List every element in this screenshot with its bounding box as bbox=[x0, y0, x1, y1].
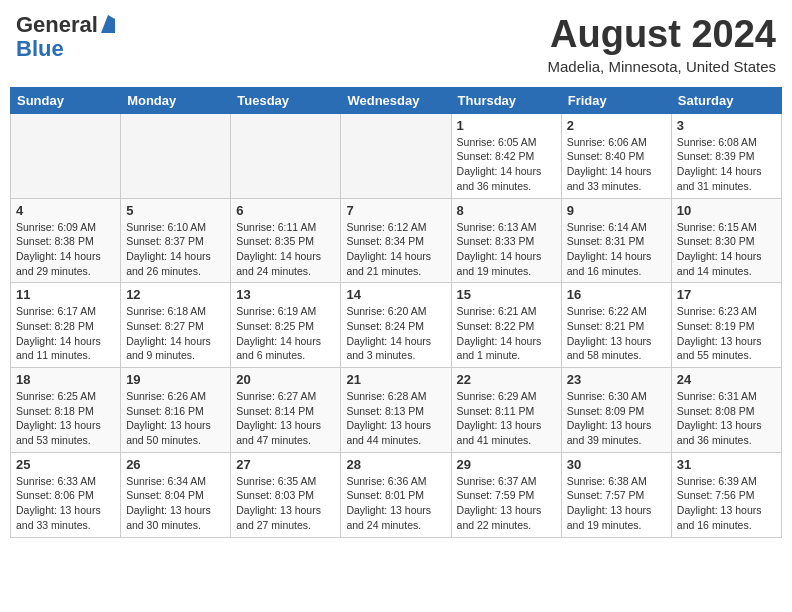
day-cell-16: 16Sunrise: 6:22 AM Sunset: 8:21 PM Dayli… bbox=[561, 283, 671, 368]
title-area: August 2024 Madelia, Minnesota, United S… bbox=[548, 14, 776, 75]
day-info: Sunrise: 6:20 AM Sunset: 8:24 PM Dayligh… bbox=[346, 304, 445, 363]
day-cell-9: 9Sunrise: 6:14 AM Sunset: 8:31 PM Daylig… bbox=[561, 198, 671, 283]
empty-cell bbox=[121, 113, 231, 198]
day-cell-6: 6Sunrise: 6:11 AM Sunset: 8:35 PM Daylig… bbox=[231, 198, 341, 283]
day-number: 10 bbox=[677, 203, 776, 218]
day-cell-23: 23Sunrise: 6:30 AM Sunset: 8:09 PM Dayli… bbox=[561, 368, 671, 453]
day-cell-7: 7Sunrise: 6:12 AM Sunset: 8:34 PM Daylig… bbox=[341, 198, 451, 283]
logo-general-text: General bbox=[16, 14, 98, 36]
day-number: 16 bbox=[567, 287, 666, 302]
day-cell-17: 17Sunrise: 6:23 AM Sunset: 8:19 PM Dayli… bbox=[671, 283, 781, 368]
day-number: 23 bbox=[567, 372, 666, 387]
day-cell-30: 30Sunrise: 6:38 AM Sunset: 7:57 PM Dayli… bbox=[561, 452, 671, 537]
day-info: Sunrise: 6:08 AM Sunset: 8:39 PM Dayligh… bbox=[677, 135, 776, 194]
day-number: 20 bbox=[236, 372, 335, 387]
calendar-week-4: 18Sunrise: 6:25 AM Sunset: 8:18 PM Dayli… bbox=[11, 368, 782, 453]
header-monday: Monday bbox=[121, 87, 231, 113]
calendar-week-3: 11Sunrise: 6:17 AM Sunset: 8:28 PM Dayli… bbox=[11, 283, 782, 368]
header-friday: Friday bbox=[561, 87, 671, 113]
day-info: Sunrise: 6:35 AM Sunset: 8:03 PM Dayligh… bbox=[236, 474, 335, 533]
day-number: 13 bbox=[236, 287, 335, 302]
day-info: Sunrise: 6:17 AM Sunset: 8:28 PM Dayligh… bbox=[16, 304, 115, 363]
day-cell-14: 14Sunrise: 6:20 AM Sunset: 8:24 PM Dayli… bbox=[341, 283, 451, 368]
day-number: 30 bbox=[567, 457, 666, 472]
day-cell-29: 29Sunrise: 6:37 AM Sunset: 7:59 PM Dayli… bbox=[451, 452, 561, 537]
day-number: 4 bbox=[16, 203, 115, 218]
page-header: General Blue August 2024 Madelia, Minnes… bbox=[10, 10, 782, 79]
day-info: Sunrise: 6:22 AM Sunset: 8:21 PM Dayligh… bbox=[567, 304, 666, 363]
day-number: 8 bbox=[457, 203, 556, 218]
day-info: Sunrise: 6:29 AM Sunset: 8:11 PM Dayligh… bbox=[457, 389, 556, 448]
day-cell-4: 4Sunrise: 6:09 AM Sunset: 8:38 PM Daylig… bbox=[11, 198, 121, 283]
day-info: Sunrise: 6:39 AM Sunset: 7:56 PM Dayligh… bbox=[677, 474, 776, 533]
day-info: Sunrise: 6:27 AM Sunset: 8:14 PM Dayligh… bbox=[236, 389, 335, 448]
header-tuesday: Tuesday bbox=[231, 87, 341, 113]
month-title: August 2024 bbox=[548, 14, 776, 56]
empty-cell bbox=[231, 113, 341, 198]
day-info: Sunrise: 6:21 AM Sunset: 8:22 PM Dayligh… bbox=[457, 304, 556, 363]
logo-arrow-icon bbox=[101, 15, 115, 36]
location: Madelia, Minnesota, United States bbox=[548, 58, 776, 75]
day-number: 29 bbox=[457, 457, 556, 472]
day-number: 18 bbox=[16, 372, 115, 387]
day-cell-18: 18Sunrise: 6:25 AM Sunset: 8:18 PM Dayli… bbox=[11, 368, 121, 453]
day-info: Sunrise: 6:36 AM Sunset: 8:01 PM Dayligh… bbox=[346, 474, 445, 533]
day-info: Sunrise: 6:33 AM Sunset: 8:06 PM Dayligh… bbox=[16, 474, 115, 533]
day-info: Sunrise: 6:05 AM Sunset: 8:42 PM Dayligh… bbox=[457, 135, 556, 194]
day-number: 21 bbox=[346, 372, 445, 387]
day-cell-28: 28Sunrise: 6:36 AM Sunset: 8:01 PM Dayli… bbox=[341, 452, 451, 537]
day-number: 31 bbox=[677, 457, 776, 472]
day-cell-15: 15Sunrise: 6:21 AM Sunset: 8:22 PM Dayli… bbox=[451, 283, 561, 368]
header-sunday: Sunday bbox=[11, 87, 121, 113]
day-cell-27: 27Sunrise: 6:35 AM Sunset: 8:03 PM Dayli… bbox=[231, 452, 341, 537]
header-wednesday: Wednesday bbox=[341, 87, 451, 113]
day-cell-21: 21Sunrise: 6:28 AM Sunset: 8:13 PM Dayli… bbox=[341, 368, 451, 453]
day-cell-2: 2Sunrise: 6:06 AM Sunset: 8:40 PM Daylig… bbox=[561, 113, 671, 198]
svg-marker-0 bbox=[101, 15, 115, 33]
day-info: Sunrise: 6:23 AM Sunset: 8:19 PM Dayligh… bbox=[677, 304, 776, 363]
day-info: Sunrise: 6:18 AM Sunset: 8:27 PM Dayligh… bbox=[126, 304, 225, 363]
day-info: Sunrise: 6:19 AM Sunset: 8:25 PM Dayligh… bbox=[236, 304, 335, 363]
day-cell-11: 11Sunrise: 6:17 AM Sunset: 8:28 PM Dayli… bbox=[11, 283, 121, 368]
day-cell-24: 24Sunrise: 6:31 AM Sunset: 8:08 PM Dayli… bbox=[671, 368, 781, 453]
day-number: 25 bbox=[16, 457, 115, 472]
calendar-week-5: 25Sunrise: 6:33 AM Sunset: 8:06 PM Dayli… bbox=[11, 452, 782, 537]
day-number: 27 bbox=[236, 457, 335, 472]
day-number: 7 bbox=[346, 203, 445, 218]
day-number: 19 bbox=[126, 372, 225, 387]
day-number: 1 bbox=[457, 118, 556, 133]
day-info: Sunrise: 6:13 AM Sunset: 8:33 PM Dayligh… bbox=[457, 220, 556, 279]
day-number: 3 bbox=[677, 118, 776, 133]
calendar: SundayMondayTuesdayWednesdayThursdayFrid… bbox=[10, 87, 782, 538]
day-number: 9 bbox=[567, 203, 666, 218]
day-info: Sunrise: 6:06 AM Sunset: 8:40 PM Dayligh… bbox=[567, 135, 666, 194]
header-thursday: Thursday bbox=[451, 87, 561, 113]
day-cell-10: 10Sunrise: 6:15 AM Sunset: 8:30 PM Dayli… bbox=[671, 198, 781, 283]
empty-cell bbox=[341, 113, 451, 198]
day-info: Sunrise: 6:30 AM Sunset: 8:09 PM Dayligh… bbox=[567, 389, 666, 448]
day-info: Sunrise: 6:12 AM Sunset: 8:34 PM Dayligh… bbox=[346, 220, 445, 279]
day-cell-25: 25Sunrise: 6:33 AM Sunset: 8:06 PM Dayli… bbox=[11, 452, 121, 537]
day-number: 6 bbox=[236, 203, 335, 218]
empty-cell bbox=[11, 113, 121, 198]
day-info: Sunrise: 6:14 AM Sunset: 8:31 PM Dayligh… bbox=[567, 220, 666, 279]
logo-blue-text: Blue bbox=[16, 36, 64, 61]
day-number: 11 bbox=[16, 287, 115, 302]
day-number: 5 bbox=[126, 203, 225, 218]
day-cell-31: 31Sunrise: 6:39 AM Sunset: 7:56 PM Dayli… bbox=[671, 452, 781, 537]
day-cell-12: 12Sunrise: 6:18 AM Sunset: 8:27 PM Dayli… bbox=[121, 283, 231, 368]
day-cell-1: 1Sunrise: 6:05 AM Sunset: 8:42 PM Daylig… bbox=[451, 113, 561, 198]
day-info: Sunrise: 6:25 AM Sunset: 8:18 PM Dayligh… bbox=[16, 389, 115, 448]
day-info: Sunrise: 6:38 AM Sunset: 7:57 PM Dayligh… bbox=[567, 474, 666, 533]
day-info: Sunrise: 6:34 AM Sunset: 8:04 PM Dayligh… bbox=[126, 474, 225, 533]
calendar-header-row: SundayMondayTuesdayWednesdayThursdayFrid… bbox=[11, 87, 782, 113]
day-cell-8: 8Sunrise: 6:13 AM Sunset: 8:33 PM Daylig… bbox=[451, 198, 561, 283]
day-cell-5: 5Sunrise: 6:10 AM Sunset: 8:37 PM Daylig… bbox=[121, 198, 231, 283]
day-cell-3: 3Sunrise: 6:08 AM Sunset: 8:39 PM Daylig… bbox=[671, 113, 781, 198]
calendar-week-1: 1Sunrise: 6:05 AM Sunset: 8:42 PM Daylig… bbox=[11, 113, 782, 198]
day-number: 17 bbox=[677, 287, 776, 302]
day-cell-19: 19Sunrise: 6:26 AM Sunset: 8:16 PM Dayli… bbox=[121, 368, 231, 453]
day-number: 2 bbox=[567, 118, 666, 133]
logo: General Blue bbox=[16, 14, 115, 62]
day-info: Sunrise: 6:26 AM Sunset: 8:16 PM Dayligh… bbox=[126, 389, 225, 448]
